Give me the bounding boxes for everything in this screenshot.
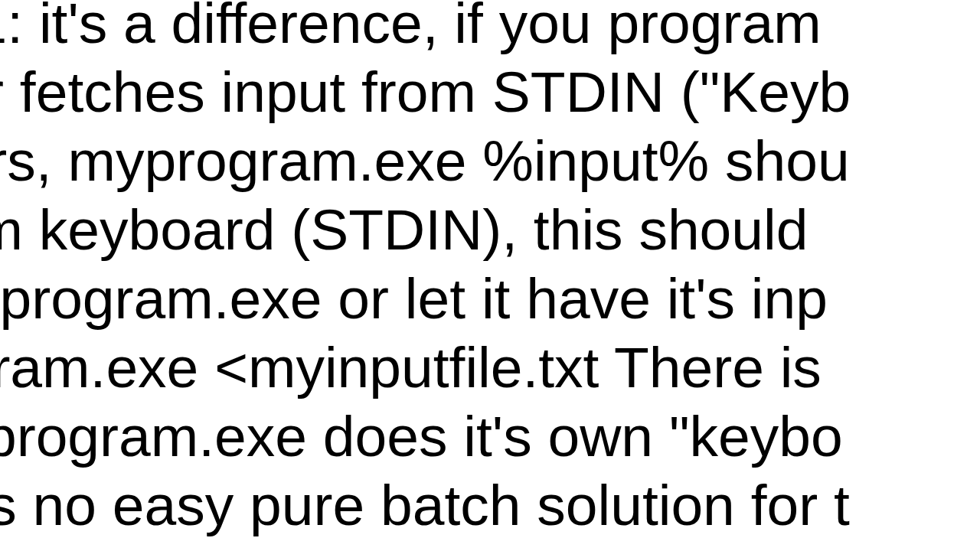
line-2: s or fetches input from STDIN ("Keyb bbox=[0, 57, 851, 126]
text-content: er 1: it's a difference, if you program … bbox=[0, 0, 851, 540]
line-1: er 1: it's a difference, if you program bbox=[0, 0, 851, 57]
line-7: myprogram.exe does it's own "keybo bbox=[0, 402, 851, 471]
line-6: rogram.exe <myinputfile.txt There is bbox=[0, 333, 851, 402]
line-3: eters, myprogram.exe %input% shou bbox=[0, 126, 851, 195]
line-4: from keyboard (STDIN), this should bbox=[0, 195, 851, 264]
line-5: |myprogram.exe or let it have it's inp bbox=[0, 264, 851, 333]
line-8: re is no easy pure batch solution for t bbox=[0, 471, 851, 540]
